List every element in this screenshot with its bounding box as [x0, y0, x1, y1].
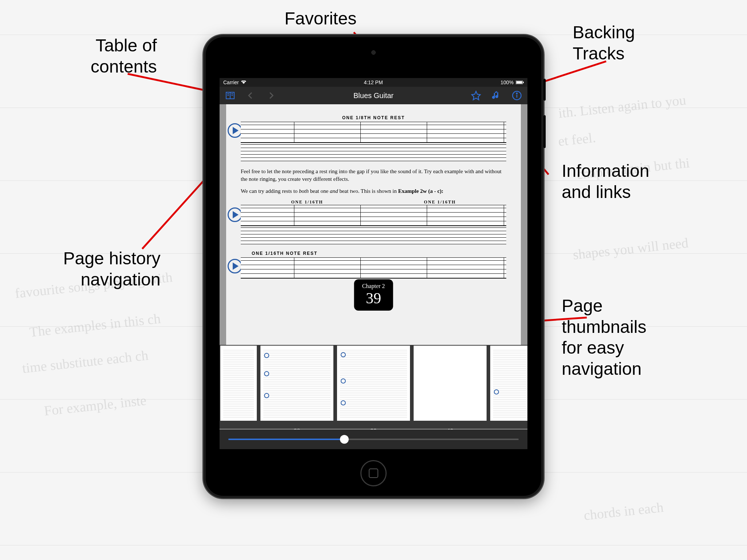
annotation-favorites: Favorites: [285, 8, 356, 29]
annotation-toc: Table of contents: [33, 35, 157, 77]
wifi-icon: [241, 79, 246, 85]
notation-example-2a: ONE 1/16TH ONE 1/16TH: [241, 199, 506, 244]
battery-icon: [516, 79, 524, 85]
page-slider[interactable]: [228, 439, 519, 440]
body-text-1: Feel free to let the note preceding a re…: [241, 168, 506, 183]
play-icon: [264, 371, 269, 376]
info-button[interactable]: [511, 89, 523, 102]
toc-button[interactable]: [224, 89, 236, 102]
svg-rect-1: [516, 81, 522, 84]
page-thumbnail[interactable]: [490, 346, 527, 421]
ipad-device-frame: Carrier 4:12 PM 100%: [204, 35, 543, 498]
play-icon: [494, 389, 499, 394]
page-thumbnail[interactable]: [414, 346, 487, 421]
notation-example-1: ONE 1/8TH NOTE REST: [241, 115, 506, 161]
page-view[interactable]: ONE 1/8TH NOTE REST Feel free to let the…: [226, 104, 521, 345]
app-screen: Carrier 4:12 PM 100%: [220, 78, 527, 449]
toolbar: Blues Guitar: [220, 87, 527, 104]
music-staff: [241, 205, 506, 226]
page-popover: Chapter 2 39: [354, 279, 393, 311]
play-button[interactable]: [228, 123, 242, 138]
annotation-history: Page history navigation: [15, 248, 160, 290]
status-carrier: Carrier: [223, 79, 239, 85]
slider-thumb[interactable]: [340, 435, 349, 444]
play-icon: [264, 393, 269, 398]
svg-rect-2: [523, 82, 524, 83]
ipad-camera: [371, 50, 376, 55]
music-staff: [241, 257, 506, 279]
notation-label: ONE 1/16TH NOTE REST: [241, 251, 506, 256]
annotation-thumbs: Page thumbnails for easy navigation: [562, 295, 646, 379]
play-button[interactable]: [228, 207, 242, 222]
play-icon: [341, 352, 346, 357]
slider-fill: [228, 439, 344, 440]
notation-label: ONE 1/16TH: [291, 199, 323, 205]
page-title: Blues Guitar: [353, 92, 394, 100]
tab-staff: [241, 228, 506, 244]
status-time: 4:12 PM: [364, 79, 383, 85]
status-bar: Carrier 4:12 PM 100%: [220, 78, 527, 87]
page-thumbnail[interactable]: [260, 346, 333, 421]
status-battery-pct: 100%: [500, 79, 514, 85]
play-icon: [341, 378, 346, 384]
page-slider-row: [220, 429, 527, 449]
forward-button[interactable]: [265, 89, 277, 102]
notation-heading: ONE 1/8TH NOTE REST: [241, 115, 506, 120]
page-thumbnail[interactable]: [220, 346, 257, 421]
play-icon: [341, 400, 346, 405]
thumbnail-strip[interactable]: [220, 345, 527, 429]
popover-chapter: Chapter 2: [362, 283, 385, 289]
popover-page-number: 39: [362, 289, 385, 307]
back-button[interactable]: [244, 89, 257, 102]
ipad-home-button[interactable]: [360, 460, 387, 486]
play-icon: [264, 353, 269, 358]
svg-point-5: [516, 93, 517, 94]
body-text-2: We can try adding rests to both beat one…: [241, 187, 506, 195]
ipad-volume-button: [543, 115, 546, 148]
content-area: ONE 1/8TH NOTE REST Feel free to let the…: [220, 104, 527, 449]
music-staff: [241, 122, 506, 143]
tracks-button[interactable]: [490, 89, 503, 102]
notation-example-2b: ONE 1/16TH NOTE REST: [241, 251, 506, 279]
page-thumbnail[interactable]: [337, 346, 410, 421]
annotation-tracks: Backing Tracks: [573, 22, 635, 64]
play-button[interactable]: [228, 259, 242, 273]
tab-staff: [241, 144, 506, 161]
annotation-info: Information and links: [562, 160, 649, 202]
notation-label: ONE 1/16TH: [424, 199, 456, 205]
favorites-button[interactable]: [470, 89, 482, 102]
ipad-sleep-button: [543, 79, 546, 101]
